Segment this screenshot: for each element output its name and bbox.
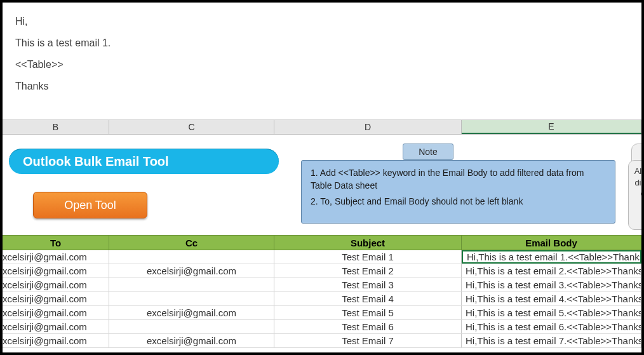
cell-cc[interactable]: [109, 320, 274, 333]
note-badge: Note: [403, 144, 453, 160]
note-line-1: 1. Add <<Table>> keyword in the Email Bo…: [311, 167, 606, 192]
th-cc[interactable]: Cc: [109, 236, 274, 250]
cell-body[interactable]: Hi,This is a test email 7.<<Table>>Thank…: [462, 334, 641, 347]
formula-line-4: Thanks: [15, 79, 629, 94]
cell-cc[interactable]: excelsirji@gmail.com: [109, 334, 274, 347]
cell-cc[interactable]: [109, 250, 274, 264]
formula-line-3: <<Table>>: [15, 57, 629, 72]
table-body: xcelsirji@gmail.comTest Email 1Hi,This i…: [3, 250, 641, 348]
cell-subject[interactable]: Test Email 1: [274, 250, 462, 264]
cell-subject[interactable]: Test Email 5: [274, 306, 462, 319]
table-row[interactable]: xcelsirji@gmail.comexcelsirji@gmail.comT…: [3, 306, 641, 320]
cell-cc[interactable]: [109, 278, 274, 291]
table-row[interactable]: xcelsirji@gmail.comexcelsirji@gmail.comT…: [3, 264, 641, 278]
open-tool-button[interactable]: Open Tool: [33, 192, 147, 218]
table-row[interactable]: xcelsirji@gmail.comTest Email 4Hi,This i…: [3, 292, 641, 306]
table-row[interactable]: xcelsirji@gmail.comTest Email 6Hi,This i…: [3, 320, 641, 334]
col-header-b[interactable]: B: [3, 120, 109, 134]
cell-body[interactable]: Hi,This is a test email 1.<<Table>>Thank…: [462, 250, 641, 264]
cell-body[interactable]: Hi,This is a test email 5.<<Table>>Thank…: [462, 306, 641, 319]
cell-to[interactable]: xcelsirji@gmail.com: [3, 250, 109, 264]
copyright-box: All rights reserved. reproduced, distri …: [628, 160, 641, 230]
email-table: To Cc Subject Email Body xcelsirji@gmail…: [3, 235, 641, 348]
cell-to[interactable]: xcelsirji@gmail.com: [3, 334, 109, 347]
worksheet-area[interactable]: Outlook Bulk Email Tool Open Tool Note 1…: [3, 135, 641, 352]
col-header-e[interactable]: E: [462, 120, 641, 134]
tool-title-text: Outlook Bulk Email Tool: [23, 154, 169, 169]
cell-subject[interactable]: Test Email 4: [274, 292, 462, 305]
formula-line-2: This is a test email 1.: [15, 36, 629, 51]
cell-to[interactable]: xcelsirji@gmail.com: [3, 320, 109, 333]
cell-cc[interactable]: excelsirji@gmail.com: [109, 264, 274, 278]
cell-body[interactable]: Hi,This is a test email 4.<<Table>>Thank…: [462, 292, 641, 305]
th-to[interactable]: To: [3, 236, 109, 250]
copyright-text: All rights reserved. reproduced, distri …: [634, 166, 641, 198]
table-header-row: To Cc Subject Email Body: [3, 235, 641, 250]
copyright-link-box: Copyright: [631, 144, 641, 161]
table-row[interactable]: xcelsirji@gmail.comTest Email 1Hi,This i…: [3, 250, 641, 264]
cell-to[interactable]: xcelsirji@gmail.com: [3, 264, 109, 278]
cell-cc[interactable]: excelsirji@gmail.com: [109, 306, 274, 319]
cell-subject[interactable]: Test Email 7: [274, 334, 462, 347]
table-row[interactable]: xcelsirji@gmail.comexcelsirji@gmail.comT…: [3, 334, 641, 348]
formula-line-1: Hi,: [15, 14, 629, 29]
cell-to[interactable]: xcelsirji@gmail.com: [3, 278, 109, 291]
cell-body[interactable]: Hi,This is a test email 2.<<Table>>Thank…: [462, 264, 641, 278]
th-body[interactable]: Email Body: [462, 236, 641, 250]
cell-to[interactable]: xcelsirji@gmail.com: [3, 306, 109, 319]
cell-cc[interactable]: [109, 292, 274, 305]
note-line-2: 2. To, Subject and Email Body should not…: [311, 196, 606, 208]
col-header-d[interactable]: D: [274, 120, 462, 134]
th-subject[interactable]: Subject: [274, 236, 462, 250]
tool-title: Outlook Bulk Email Tool: [9, 149, 279, 174]
cell-subject[interactable]: Test Email 2: [274, 264, 462, 278]
col-header-c[interactable]: C: [109, 120, 274, 134]
cell-subject[interactable]: Test Email 6: [274, 320, 462, 333]
open-tool-label: Open Tool: [64, 199, 116, 212]
cell-body[interactable]: Hi,This is a test email 6.<<Table>>Thank…: [462, 320, 641, 333]
table-row[interactable]: xcelsirji@gmail.comTest Email 3Hi,This i…: [3, 278, 641, 292]
cell-to[interactable]: xcelsirji@gmail.com: [3, 292, 109, 305]
note-box: 1. Add <<Table>> keyword in the Email Bo…: [301, 160, 615, 224]
column-header-row: B C D E: [3, 120, 641, 135]
formula-bar[interactable]: Hi, This is a test email 1. <<Table>> Th…: [3, 3, 641, 120]
cell-body[interactable]: Hi,This is a test email 3.<<Table>>Thank…: [462, 278, 641, 291]
note-badge-text: Note: [419, 147, 438, 157]
cell-subject[interactable]: Test Email 3: [274, 278, 462, 291]
